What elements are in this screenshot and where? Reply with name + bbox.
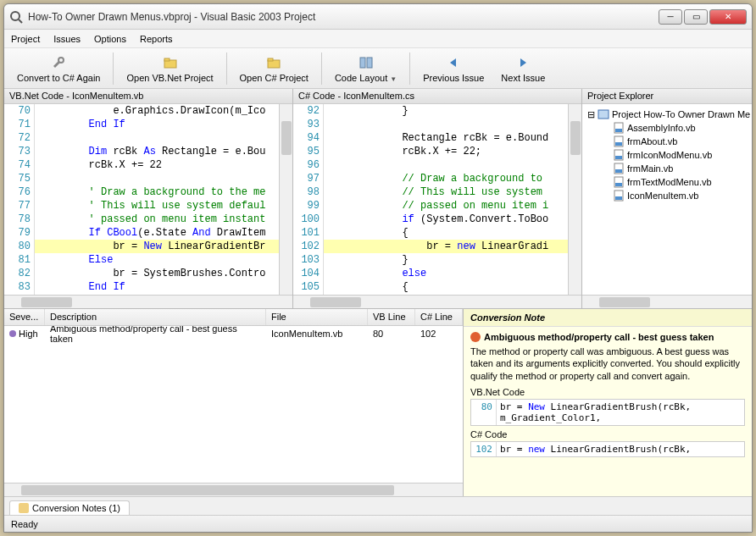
note-title: Conversion Note [464,309,752,327]
svg-rect-4 [164,58,170,61]
col-file[interactable]: File [266,309,368,325]
open-cs-button[interactable]: Open C# Project [232,52,316,86]
arrow-left-icon [445,54,462,71]
conversion-note-pane: Conversion Note Ambiguous method/propert… [464,309,752,496]
tabs-row: Conversion Notes (1) [4,496,752,515]
app-window: How-To Owner Drawn Menus.vbproj - Visual… [3,3,753,533]
cs-scrollbar-h[interactable] [293,295,581,308]
note-icon [19,503,29,513]
cs-code-body[interactable]: 9293949596979899100101102103104105 } Rec… [293,104,581,295]
note-vb-code: 80 br = New LinearGradientBrush(rcBk, m_… [470,399,745,426]
svg-rect-17 [615,169,622,173]
tree-item[interactable]: frmAbout.vb [587,135,747,148]
file-vb-icon [613,176,625,188]
file-vb-icon [613,149,625,161]
menubar: Project Issues Options Reports [4,30,752,48]
minus-icon[interactable]: ⊟ [587,109,595,120]
workarea: VB.Net Code - IconMenuItem.vb 7071727374… [4,89,752,515]
open-vb-button[interactable]: Open VB.Net Project [119,52,220,86]
vb-code-pane: VB.Net Code - IconMenuItem.vb 7071727374… [4,89,293,308]
statusbar: Ready [4,515,752,532]
tree-item[interactable]: AssemblyInfo.vb [587,121,747,135]
toolbar: Convert to C# Again Open VB.Net Project … [4,48,752,89]
convert-button[interactable]: Convert to C# Again [9,52,108,86]
tab-conversion-notes[interactable]: Conversion Notes (1) [9,500,130,515]
col-vbline[interactable]: VB Line [368,309,415,325]
close-button[interactable]: ✕ [709,9,747,25]
svg-rect-6 [268,58,273,61]
cs-code-pane: C# Code - IconMenuItem.cs 92939495969798… [293,89,582,308]
code-panes-row: VB.Net Code - IconMenuItem.vb 7071727374… [4,89,752,309]
svg-rect-11 [615,129,622,132]
file-vb-icon [613,122,625,134]
col-csline[interactable]: C# Line [415,309,463,325]
folder-cs-icon [265,54,282,71]
maximize-button[interactable]: ▭ [684,9,708,25]
cs-scrollbar-v[interactable] [568,104,581,295]
explorer-scrollbar-h[interactable] [582,295,752,308]
separator [409,52,410,85]
chevron-down-icon: ▼ [390,75,397,83]
code-layout-button[interactable]: Code Layout▼ [327,52,404,86]
explorer-tree[interactable]: ⊟ Project How-To Owner Drawn Me Assembly… [582,104,752,295]
svg-rect-19 [615,183,622,186]
file-vb-icon [613,163,625,174]
tree-item[interactable]: frmIconModMenu.vb [587,148,747,162]
vb-code-body[interactable]: 7071727374757677787980818283 e.Graphics.… [4,104,292,295]
col-description[interactable]: Description [45,309,266,325]
next-issue-button[interactable]: Next Issue [493,52,553,86]
vb-scrollbar-v[interactable] [279,104,292,295]
warning-icon [470,332,481,342]
tree-item[interactable]: frmTextModMenu.vb [587,175,747,189]
svg-point-2 [58,58,64,63]
window-title: How-To Owner Drawn Menus.vbproj - Visual… [28,11,659,23]
cs-pane-header: C# Code - IconMenuItem.cs [293,89,581,104]
window-controls: ─ ▭ ✕ [659,9,747,25]
svg-rect-8 [367,58,372,68]
explorer-header: Project Explorer [582,89,752,104]
note-heading: Ambiguous method/property call - best gu… [470,332,745,342]
status-text: Ready [11,519,38,529]
file-vb-icon [613,135,625,147]
minimize-button[interactable]: ─ [659,9,682,25]
menu-project[interactable]: Project [11,34,40,44]
note-body: Ambiguous method/property call - best gu… [464,327,752,496]
previous-issue-button[interactable]: Previous Issue [415,52,492,86]
svg-rect-9 [598,110,609,119]
issue-row[interactable]: HighAmbiguous method/property call - bes… [4,326,463,341]
cs-gutter: 9293949596979899100101102103104105 [293,104,324,295]
note-text: The method or property call was ambiguou… [470,345,745,382]
issues-scrollbar-h[interactable] [4,483,463,496]
cs-lines[interactable]: } Rectangle rcBk = e.Bound rcBk.X += 22;… [324,104,568,295]
tree-item[interactable]: IconMenuItem.vb [587,189,747,202]
note-cs-code: 102 br = new LinearGradientBrush(rcBk, [470,441,745,457]
issues-header[interactable]: Seve... Description File VB Line C# Line [4,309,463,326]
note-vb-label: VB.Net Code [470,387,745,397]
vb-pane-header: VB.Net Code - IconMenuItem.vb [4,89,292,104]
titlebar[interactable]: How-To Owner Drawn Menus.vbproj - Visual… [4,4,752,30]
separator [321,52,322,85]
menu-options[interactable]: Options [94,34,126,44]
separator [226,52,227,85]
vb-lines[interactable]: e.Graphics.DrawIcon(m_Ico End If Dim rcB… [35,104,279,295]
project-explorer: Project Explorer ⊟ Project How-To Owner … [582,89,752,308]
svg-point-0 [11,12,19,20]
note-cs-label: C# Code [470,429,745,439]
menu-reports[interactable]: Reports [140,34,173,44]
separator [113,52,114,85]
file-vb-icon [613,190,625,202]
svg-rect-7 [360,58,365,68]
menu-issues[interactable]: Issues [53,34,81,44]
svg-rect-13 [615,142,622,146]
issues-body[interactable]: HighAmbiguous method/property call - bes… [4,326,463,483]
wrench-icon [50,54,67,71]
vb-scrollbar-h[interactable] [4,295,292,308]
tree-item[interactable]: frmMain.vb [587,162,747,175]
svg-rect-21 [615,196,622,200]
svg-rect-15 [615,156,622,159]
vb-gutter: 7071727374757677787980818283 [4,104,35,295]
col-severity[interactable]: Seve... [4,309,45,325]
tree-root[interactable]: ⊟ Project How-To Owner Drawn Me [587,108,747,121]
project-icon [598,108,609,120]
svg-line-1 [19,19,22,23]
